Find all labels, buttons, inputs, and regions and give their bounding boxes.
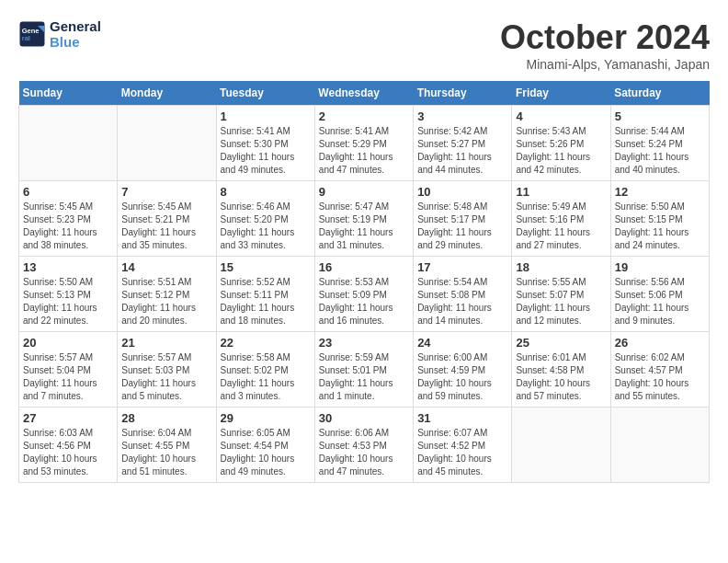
calendar-cell: 27Sunrise: 6:03 AMSunset: 4:56 PMDayligh… [19,408,118,483]
calendar-cell: 5Sunrise: 5:44 AMSunset: 5:24 PMDaylight… [610,106,709,181]
calendar-cell: 4Sunrise: 5:43 AMSunset: 5:26 PMDaylight… [512,106,610,181]
title-area: October 2024 Minami-Alps, Yamanashi, Jap… [500,18,710,72]
logo-text-line2: Blue [50,34,101,50]
day-info: Sunrise: 6:02 AMSunset: 4:57 PMDaylight:… [615,351,705,403]
calendar-cell: 15Sunrise: 5:52 AMSunset: 5:11 PMDayligh… [216,257,314,332]
day-number: 25 [516,336,606,350]
calendar-cell: 17Sunrise: 5:54 AMSunset: 5:08 PMDayligh… [414,257,512,332]
column-header-wednesday: Wednesday [314,81,413,106]
day-number: 10 [417,185,507,199]
column-header-tuesday: Tuesday [216,81,314,106]
calendar-cell: 21Sunrise: 5:57 AMSunset: 5:03 PMDayligh… [118,332,216,408]
calendar-cell: 30Sunrise: 6:06 AMSunset: 4:53 PMDayligh… [314,408,413,483]
calendar-cell: 2Sunrise: 5:41 AMSunset: 5:29 PMDaylight… [314,106,413,181]
day-number: 20 [23,336,113,350]
month-title: October 2024 [500,18,710,57]
calendar-cell: 8Sunrise: 5:46 AMSunset: 5:20 PMDaylight… [216,181,314,257]
day-number: 17 [417,260,507,274]
day-info: Sunrise: 5:51 AMSunset: 5:12 PMDaylight:… [121,276,211,327]
day-info: Sunrise: 5:50 AMSunset: 5:13 PMDaylight:… [23,276,113,327]
calendar-body: 1Sunrise: 5:41 AMSunset: 5:30 PMDaylight… [19,106,710,483]
day-info: Sunrise: 6:07 AMSunset: 4:52 PMDaylight:… [417,427,507,478]
day-info: Sunrise: 5:59 AMSunset: 5:01 PMDaylight:… [319,351,409,403]
day-info: Sunrise: 6:00 AMSunset: 4:59 PMDaylight:… [417,351,507,403]
day-info: Sunrise: 5:48 AMSunset: 5:17 PMDaylight:… [417,201,507,252]
day-number: 15 [221,260,311,274]
calendar-week-4: 20Sunrise: 5:57 AMSunset: 5:04 PMDayligh… [19,332,710,408]
calendar-cell: 29Sunrise: 6:05 AMSunset: 4:54 PMDayligh… [216,408,314,483]
day-number: 9 [319,185,409,199]
day-number: 6 [23,185,113,199]
day-info: Sunrise: 6:05 AMSunset: 4:54 PMDaylight:… [221,427,311,478]
day-number: 4 [516,109,606,123]
day-number: 16 [319,260,409,274]
day-number: 31 [417,411,507,425]
day-info: Sunrise: 6:01 AMSunset: 4:58 PMDaylight:… [516,351,606,403]
column-header-thursday: Thursday [414,81,512,106]
calendar-cell: 16Sunrise: 5:53 AMSunset: 5:09 PMDayligh… [314,257,413,332]
column-header-saturday: Saturday [610,81,709,106]
calendar-cell: 28Sunrise: 6:04 AMSunset: 4:55 PMDayligh… [118,408,216,483]
day-info: Sunrise: 5:58 AMSunset: 5:02 PMDaylight:… [221,351,311,403]
day-info: Sunrise: 6:04 AMSunset: 4:55 PMDaylight:… [121,427,211,478]
calendar-cell: 18Sunrise: 5:55 AMSunset: 5:07 PMDayligh… [512,257,610,332]
day-info: Sunrise: 5:57 AMSunset: 5:03 PMDaylight:… [121,351,211,403]
calendar-cell: 3Sunrise: 5:42 AMSunset: 5:27 PMDaylight… [414,106,512,181]
day-number: 2 [319,109,409,123]
location-subtitle: Minami-Alps, Yamanashi, Japan [500,57,710,72]
header: Gene ral General Blue October 2024 Minam… [18,18,710,72]
column-header-monday: Monday [118,81,216,106]
calendar-cell: 1Sunrise: 5:41 AMSunset: 5:30 PMDaylight… [216,106,314,181]
day-info: Sunrise: 5:42 AMSunset: 5:27 PMDaylight:… [417,125,507,177]
day-info: Sunrise: 5:41 AMSunset: 5:29 PMDaylight:… [319,125,409,177]
day-info: Sunrise: 5:54 AMSunset: 5:08 PMDaylight:… [417,276,507,327]
logo: Gene ral General Blue [18,18,101,50]
calendar-cell: 6Sunrise: 5:45 AMSunset: 5:23 PMDaylight… [19,181,118,257]
day-number: 22 [221,336,311,350]
day-info: Sunrise: 5:57 AMSunset: 5:04 PMDaylight:… [23,351,113,403]
day-number: 26 [615,336,705,350]
day-info: Sunrise: 5:45 AMSunset: 5:21 PMDaylight:… [121,201,211,252]
day-number: 28 [121,411,211,425]
day-number: 14 [121,260,211,274]
calendar-cell: 7Sunrise: 5:45 AMSunset: 5:21 PMDaylight… [118,181,216,257]
day-number: 8 [221,185,311,199]
day-number: 1 [221,109,311,123]
calendar-cell [19,106,118,181]
day-number: 29 [221,411,311,425]
day-info: Sunrise: 6:03 AMSunset: 4:56 PMDaylight:… [23,427,113,478]
calendar-week-3: 13Sunrise: 5:50 AMSunset: 5:13 PMDayligh… [19,257,710,332]
calendar-cell: 31Sunrise: 6:07 AMSunset: 4:52 PMDayligh… [414,408,512,483]
calendar-cell: 12Sunrise: 5:50 AMSunset: 5:15 PMDayligh… [610,181,709,257]
calendar-table: SundayMondayTuesdayWednesdayThursdayFrid… [18,81,710,483]
day-info: Sunrise: 5:55 AMSunset: 5:07 PMDaylight:… [516,276,606,327]
day-number: 7 [121,185,211,199]
day-info: Sunrise: 5:45 AMSunset: 5:23 PMDaylight:… [23,201,113,252]
day-number: 23 [319,336,409,350]
day-info: Sunrise: 5:44 AMSunset: 5:24 PMDaylight:… [615,125,705,177]
day-number: 30 [319,411,409,425]
day-number: 3 [417,109,507,123]
calendar-cell: 25Sunrise: 6:01 AMSunset: 4:58 PMDayligh… [512,332,610,408]
calendar-cell [512,408,610,483]
column-header-sunday: Sunday [19,81,118,106]
day-info: Sunrise: 5:56 AMSunset: 5:06 PMDaylight:… [615,276,705,327]
calendar-week-2: 6Sunrise: 5:45 AMSunset: 5:23 PMDaylight… [19,181,710,257]
day-info: Sunrise: 5:49 AMSunset: 5:16 PMDaylight:… [516,201,606,252]
column-header-friday: Friday [512,81,610,106]
calendar-cell: 24Sunrise: 6:00 AMSunset: 4:59 PMDayligh… [414,332,512,408]
day-info: Sunrise: 5:53 AMSunset: 5:09 PMDaylight:… [319,276,409,327]
calendar-header-row: SundayMondayTuesdayWednesdayThursdayFrid… [19,81,710,106]
day-number: 5 [615,109,705,123]
calendar-cell [610,408,709,483]
day-number: 21 [121,336,211,350]
day-number: 18 [516,260,606,274]
logo-text-line1: General [50,18,101,34]
calendar-cell: 9Sunrise: 5:47 AMSunset: 5:19 PMDaylight… [314,181,413,257]
calendar-cell: 10Sunrise: 5:48 AMSunset: 5:17 PMDayligh… [414,181,512,257]
day-number: 19 [615,260,705,274]
calendar-cell: 20Sunrise: 5:57 AMSunset: 5:04 PMDayligh… [19,332,118,408]
day-info: Sunrise: 5:41 AMSunset: 5:30 PMDaylight:… [221,125,311,177]
calendar-week-1: 1Sunrise: 5:41 AMSunset: 5:30 PMDaylight… [19,106,710,181]
calendar-cell: 26Sunrise: 6:02 AMSunset: 4:57 PMDayligh… [610,332,709,408]
